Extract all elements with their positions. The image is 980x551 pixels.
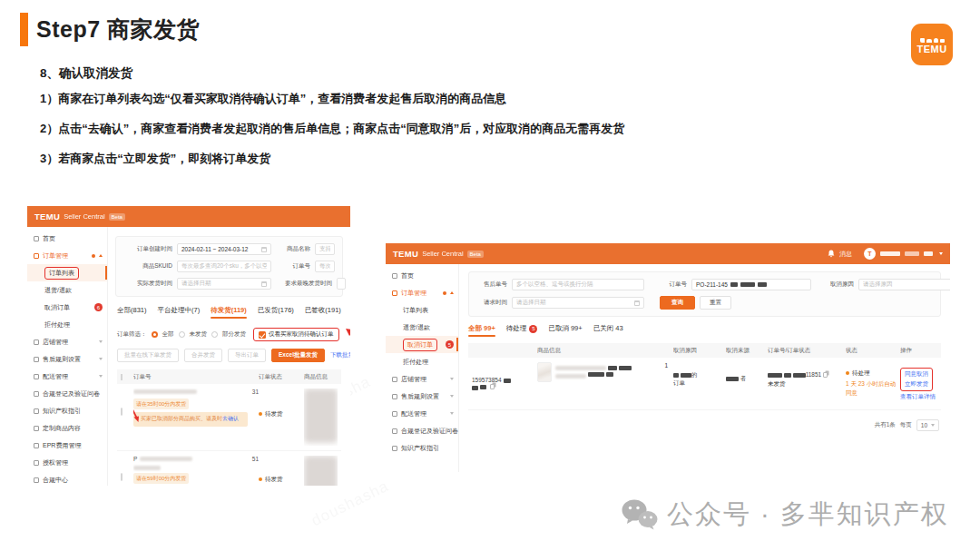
tab-closed[interactable]: 已关闭 43 xyxy=(593,324,623,336)
form-icon xyxy=(34,391,39,397)
aftersale-no-input[interactable]: 多个以空格、逗号或换行分隔 xyxy=(512,279,644,290)
sidebar-item-authorization[interactable]: 授权管理 xyxy=(27,454,107,471)
cancel-reason-select[interactable]: 请选择原因 xyxy=(858,279,950,290)
sidebar-item-aftersale-rules[interactable]: 售后规则设置 xyxy=(386,388,458,405)
sidebar-item-returns[interactable]: 退货/退款 xyxy=(27,281,107,299)
calendar-icon xyxy=(634,300,640,306)
sidebar-item-compliance-registration[interactable]: 合规登记及验证问卷 xyxy=(386,422,458,439)
delivery-icon xyxy=(34,374,39,379)
notification-dot xyxy=(92,254,95,258)
order-no-label: 订单号 xyxy=(276,262,310,271)
sidebar-item-ip-guide[interactable]: 知识产权指引 xyxy=(386,439,458,457)
sidebar-item-returns[interactable]: 退货/退款 xyxy=(386,319,458,336)
sidebar-item-compliance-registration[interactable]: 合规登记及验证问卷 xyxy=(27,385,107,402)
combine-ship-button[interactable]: 合并发货 xyxy=(184,349,222,362)
tab-delivered[interactable]: 已签收(191) xyxy=(305,306,341,318)
active-indicator xyxy=(456,338,458,351)
reset-button[interactable]: 重置 xyxy=(700,296,731,310)
left-table-header: 订单号 订单状态 商品信息 xyxy=(117,369,341,384)
created-time-input[interactable]: 2024-02-11 ~ 2024-03-12 xyxy=(177,243,271,255)
annotation-box: 订单列表 xyxy=(44,267,79,280)
sidebar-item-custom-products[interactable]: 定制商品内容 xyxy=(27,419,107,437)
request-time-input[interactable]: 请选择日期 xyxy=(512,297,644,309)
ip-icon xyxy=(392,446,397,451)
ship-time-label: 实际发货时间 xyxy=(123,280,172,288)
radio-partial[interactable] xyxy=(211,331,218,338)
chevron-down-icon xyxy=(450,395,454,398)
tab-all[interactable]: 全部 99+ xyxy=(468,324,495,336)
ship-deadline-tag: 请在59时00分内发货 xyxy=(133,473,189,484)
latest-ship-input[interactable]: 请选择日期 xyxy=(337,278,346,290)
row-checkbox[interactable] xyxy=(121,408,122,416)
sidebar-item-order-management[interactable]: 订单管理 xyxy=(27,247,107,264)
cancel-orders-badge: 5 xyxy=(446,340,454,349)
tab-pending[interactable]: 待处理5 xyxy=(506,324,538,336)
tab-shipped[interactable]: 已发货(176) xyxy=(258,306,294,318)
go-confirm-link[interactable]: 去确认 xyxy=(222,416,239,421)
sidebar-item-cancel-orders[interactable]: 取消订单6 xyxy=(27,299,107,316)
excel-batch-ship-button[interactable]: Excel批量发货 xyxy=(271,349,325,362)
masked-account-name xyxy=(905,251,919,256)
bell-icon[interactable] xyxy=(828,250,835,258)
chevron-down-icon[interactable] xyxy=(939,252,943,255)
sidebar-item-compliance-center[interactable]: 合规中心 xyxy=(27,471,107,486)
export-orders-button[interactable]: 导出订单 xyxy=(228,349,266,362)
sidebar-item-order-list[interactable]: 订单列表 xyxy=(386,301,458,319)
col-order-status: 订单状态 xyxy=(259,373,304,381)
sidebar-item-shop-management[interactable]: 店铺管理 xyxy=(386,370,458,388)
sidebar-item-order-list[interactable]: 订单列表 xyxy=(27,264,107,281)
right-app-header: TEMU Seller Central Beta 消息 T xyxy=(386,243,950,264)
sidebar-item-delivery[interactable]: 配送管理 xyxy=(386,405,458,422)
ship-time-input[interactable]: 请选择日期 xyxy=(177,278,271,290)
title-accent-bar xyxy=(20,13,28,46)
sidebar-item-ip-guide[interactable]: 知识产权指引 xyxy=(27,402,107,419)
download-template-link[interactable]: 下载批量发货模板 xyxy=(330,351,350,359)
source-partial: 者 xyxy=(740,375,747,381)
left-orders-table: 订单号 订单状态 商品信息 31 请在35时00分内发货 xyxy=(117,369,341,486)
tab-all[interactable]: 全部(831) xyxy=(117,306,147,318)
status-dot xyxy=(846,371,849,375)
page-size-select[interactable]: 10 xyxy=(916,419,939,431)
ship-now-link[interactable]: 立即发货 xyxy=(905,380,928,389)
agree-cancel-link[interactable]: 同意取消 xyxy=(905,370,928,379)
select-all-checkbox[interactable] xyxy=(121,374,122,380)
tab-cancelled[interactable]: 已取消 99+ xyxy=(548,324,582,336)
sidebar-item-shop-management[interactable]: 店铺管理 xyxy=(27,333,107,350)
sidebar-item-chargebacks[interactable]: 拒付处理 xyxy=(27,316,107,333)
search-button[interactable]: 查询 xyxy=(660,296,695,310)
sidebar-item-epr-fees[interactable]: EPR费用管理 xyxy=(27,437,107,454)
blurred-product-info xyxy=(304,456,338,486)
order-no-input[interactable]: 每次最多查询 xyxy=(315,261,335,272)
messages-label[interactable]: 消息 xyxy=(839,250,852,259)
sku-input[interactable]: 每次最多查询20个sku，多个以空格、逗号 xyxy=(177,261,271,272)
radio-unshipped[interactable] xyxy=(179,331,185,338)
col-order-no-status: 订单号/订单状态 xyxy=(768,347,846,355)
copy-icon[interactable] xyxy=(490,384,495,389)
tab-to-ship[interactable]: 待发货(119) xyxy=(211,306,247,318)
sidebar-item-aftersale-rules[interactable]: 售后规则设置 xyxy=(27,350,107,368)
reason-partial-2: 订单 xyxy=(673,379,685,386)
product-name-input[interactable]: 支持模糊搜索 xyxy=(315,243,335,255)
order-no-input[interactable]: PO-211-145 xyxy=(691,279,811,290)
sidebar-item-home[interactable]: 首页 xyxy=(27,230,107,247)
avatar[interactable]: T xyxy=(864,248,876,260)
temu-logo-icons xyxy=(920,35,945,43)
batch-online-ship-button[interactable]: 批量在线下单发货 xyxy=(117,349,179,362)
buyer-cancel-checkbox[interactable] xyxy=(259,331,266,339)
tab-platform-processing[interactable]: 平台处理中(7) xyxy=(158,306,201,318)
sidebar-item-cancel-orders[interactable]: 取消订单5 xyxy=(386,336,458,353)
sidebar-item-home[interactable]: 首页 xyxy=(386,267,458,284)
latest-ship-label: 要求最晚发货时间 xyxy=(276,280,332,288)
col-product-info: 商品信息 xyxy=(537,347,673,355)
annotation-box-checkbox: 仅看买家取消待确认订单 xyxy=(253,328,339,341)
sidebar-item-order-management[interactable]: 订单管理 xyxy=(386,284,458,301)
copy-icon[interactable] xyxy=(823,372,828,378)
sidebar-item-chargebacks[interactable]: 拒付处理 xyxy=(386,353,458,370)
row-checkbox[interactable] xyxy=(121,473,122,481)
sidebar-item-delivery[interactable]: 配送管理 xyxy=(27,368,107,385)
view-order-detail-link[interactable]: 查看订单详情 xyxy=(900,393,937,401)
slide-canvas: Step7 商家发货 TEMU 8、确认取消发货 1）商家在订单列表勾选“仅看买… xyxy=(0,0,980,551)
radio-all[interactable] xyxy=(152,331,158,338)
chevron-up-icon xyxy=(99,254,103,257)
col-status: 状态 xyxy=(846,347,900,355)
